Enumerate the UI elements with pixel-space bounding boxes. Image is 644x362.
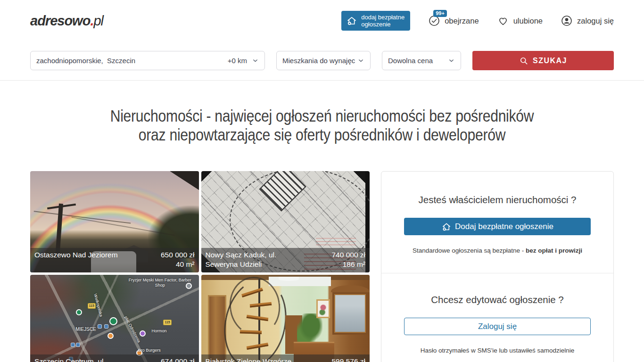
listing-area: 40 m² [161, 260, 195, 269]
photo-layer [269, 277, 331, 286]
house-plus-icon [346, 15, 357, 26]
search-button[interactable]: SZUKAJ [472, 51, 614, 70]
listing-price: 599 576 zł [331, 357, 365, 362]
price-select[interactable]: Dowolna cena [382, 51, 461, 70]
listing-card[interactable]: Nowy Sącz Kaduk, ul. Seweryna Udzieli 74… [201, 171, 370, 272]
map-marker [76, 343, 80, 347]
top-chrome: adresowo.pl dodaj bezpłatne ogłoszenie [0, 0, 644, 81]
owner-panel-heading: Jesteś właścicielem nieruchomości ? [404, 194, 591, 206]
favorites-label: ulubione [513, 16, 543, 25]
listing-location: Szczecin Centrum, ul. [34, 357, 106, 362]
login-label: zaloguj się [577, 16, 614, 25]
main: Nieruchomości - najwięcej ogłoszeń nieru… [0, 107, 644, 362]
header-actions: dodaj bezpłatne ogłoszenie 99+ obejrzane [341, 11, 614, 31]
map-marker [140, 330, 146, 337]
listing-card[interactable]: Białystok Zielone Wzgórze 599 576 zł [201, 275, 370, 362]
listing-caption: Ostaszewo Nad Jeziorem 650 000 zł 40 m² [30, 248, 199, 272]
listing-price: 650 000 zł [161, 250, 195, 260]
map-street-label: plac Odrodzenia [124, 315, 142, 343]
nav-item-favorites[interactable]: ulubione [497, 15, 543, 27]
chevron-down-icon [448, 57, 455, 64]
photo-layer [34, 211, 131, 223]
house-plus-icon [441, 222, 452, 232]
map-marker [186, 283, 192, 289]
map-label: Fryzjer Męski Men Factor, Barber Shop [128, 278, 192, 288]
listing-grid: Ostaszewo Nad Jeziorem 650 000 zł 40 m² … [30, 171, 370, 362]
search-bar: zachodniopomorskie, Szczecin +0 km Miesz… [0, 41, 644, 80]
map-marker [71, 343, 75, 347]
chevron-down-icon [252, 57, 259, 64]
category-value: Mieszkania do wynajęc [282, 57, 355, 65]
search-button-label: SZUKAJ [533, 57, 567, 65]
logo-tld: pl [93, 13, 103, 28]
hero: Nieruchomości - najwięcej ogłoszeń nieru… [0, 107, 644, 144]
edit-heading: Chcesz edytować ogłoszenie ? [404, 294, 591, 305]
photo-layer [332, 292, 368, 335]
map-marker [76, 309, 82, 315]
listing-caption: Szczecin Centrum, ul. 674 000 zł [30, 354, 199, 362]
page-title: Nieruchomości - najwięcej ogłoszeń nieru… [45, 107, 599, 144]
nav-item-viewed[interactable]: 99+ obejrzane [428, 15, 479, 27]
map-marker [104, 324, 108, 329]
owner-panel: Jesteś właścicielem nieruchomości ? Doda… [381, 171, 614, 362]
route-chip: 115 [163, 320, 171, 325]
map-label: Bro Burgers [138, 348, 161, 353]
free-listing-note: Standardowe ogłoszenia są bezpłatne - be… [404, 247, 591, 254]
map-marker [109, 317, 117, 325]
listing-location: Nowy Sącz Kaduk, ul. Seweryna Udzieli [206, 250, 293, 269]
listing-area: 186 m² [331, 260, 365, 269]
panel-add-listing-label: Dodaj bezpłatne ogłoszenie [455, 222, 553, 231]
photo-layer [208, 295, 226, 362]
map-marker [107, 333, 114, 339]
panel-divider [381, 273, 613, 273]
add-listing-button[interactable]: dodaj bezpłatne ogłoszenie [341, 11, 410, 31]
price-value: Dowolna cena [388, 57, 433, 65]
heart-icon [497, 15, 509, 27]
listing-caption: Białystok Zielone Wzgórze 599 576 zł [201, 354, 370, 362]
panel-login-button[interactable]: Zaloguj się [404, 318, 591, 335]
nav-item-login[interactable]: zaloguj się [561, 15, 614, 27]
listing-price-area: 599 576 zł [331, 357, 365, 362]
photo-layer [331, 285, 370, 292]
viewed-label: obejrzane [445, 16, 479, 25]
photo-layer [316, 299, 330, 319]
listing-card[interactable]: Fryzjer Męski Men Factor, Barber Shop 11… [30, 275, 199, 362]
header: adresowo.pl dodaj bezpłatne ogłoszenie [0, 0, 644, 41]
viewed-badge: 99+ [433, 10, 447, 17]
chevron-down-icon [357, 57, 364, 64]
map-marker [98, 324, 102, 329]
photo-layer [279, 277, 299, 281]
location-input[interactable]: zachodniopomorskie, Szczecin +0 km [30, 51, 265, 70]
map-label: Hormon [151, 329, 166, 333]
password-note: Hasło otrzymałeś w SMS'ie lub ustawiłeś … [404, 347, 591, 354]
listing-price-area: 740 000 zł 186 m² [331, 250, 365, 269]
content: Ostaszewo Nad Jeziorem 650 000 zł 40 m² … [0, 171, 644, 362]
listing-location: Białystok Zielone Wzgórze [206, 357, 292, 362]
search-icon [519, 56, 528, 66]
photo-layer [316, 236, 356, 245]
listing-location: Ostaszewo Nad Jeziorem [34, 250, 118, 260]
site-logo[interactable]: adresowo.pl [30, 13, 103, 29]
listing-card[interactable]: Ostaszewo Nad Jeziorem 650 000 zł 40 m² [30, 171, 199, 272]
listing-price: 740 000 zł [331, 250, 365, 260]
radius-value: +0 km [228, 57, 247, 65]
listing-price-area: 674 000 zł [161, 357, 195, 362]
category-select[interactable]: Mieszkania do wynajęc [276, 51, 371, 70]
photo-layer [132, 171, 199, 199]
listing-caption: Nowy Sącz Kaduk, ul. Seweryna Udzieli 74… [201, 248, 370, 272]
add-listing-button-label: dodaj bezpłatne ogłoszenie [361, 14, 405, 28]
viewed-iconwrap: 99+ [428, 15, 440, 27]
location-value: zachodniopomorskie, Szczecin [36, 57, 135, 65]
map-label: MIEJSCE [76, 327, 96, 332]
radius-select[interactable]: +0 km [228, 57, 259, 65]
user-icon [561, 15, 573, 27]
logo-name: adresowo [30, 13, 90, 28]
listing-price-area: 650 000 zł 40 m² [161, 250, 195, 269]
panel-add-listing-button[interactable]: Dodaj bezpłatne ogłoszenie [404, 218, 591, 235]
route-chip: 115 [88, 303, 96, 309]
listing-price: 674 000 zł [161, 357, 195, 362]
